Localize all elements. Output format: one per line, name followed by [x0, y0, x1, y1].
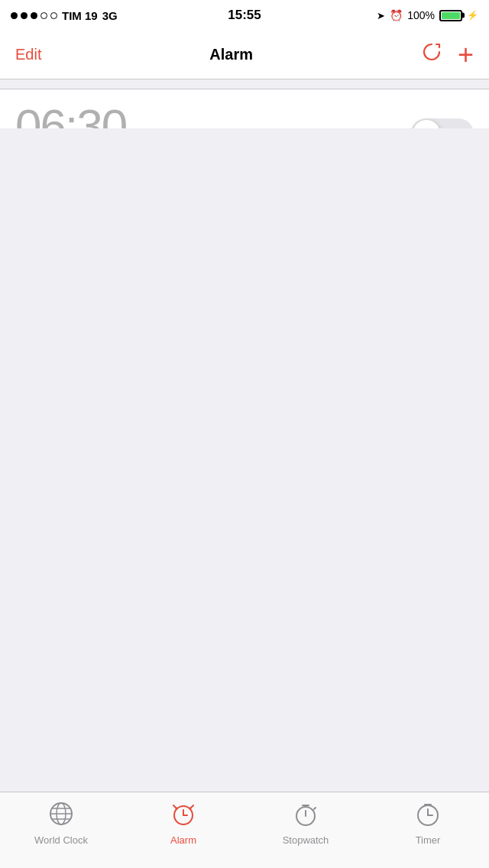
stopwatch-label: Stopwatch	[283, 834, 329, 846]
dot-5	[50, 12, 57, 19]
nav-title: Alarm	[209, 46, 253, 63]
dot-4	[40, 12, 47, 19]
refresh-icon	[421, 41, 442, 63]
svg-point-11	[189, 808, 192, 810]
status-bar: TIM 19 3G 15:55 ➤ ⏰ 100% ⚡	[0, 0, 489, 31]
nav-actions: +	[421, 41, 474, 69]
tab-alarm[interactable]: Alarm	[122, 800, 244, 846]
alarm-status-icon: ⏰	[390, 9, 403, 21]
world-clock-label: World Clock	[34, 834, 88, 846]
svg-line-16	[314, 808, 316, 809]
tab-timer[interactable]: Timer	[367, 800, 489, 846]
battery-icon	[439, 10, 462, 21]
timer-icon	[414, 800, 442, 831]
signal-dots	[11, 12, 57, 19]
alarm-tab-icon	[170, 800, 197, 831]
add-button[interactable]: +	[458, 41, 474, 69]
tab-bar: World Clock Alarm	[0, 792, 489, 868]
nav-bar: Edit Alarm +	[0, 31, 489, 79]
location-arrow-icon: ➤	[377, 10, 385, 21]
dot-1	[11, 12, 18, 19]
alarm-tab-label: Alarm	[170, 834, 196, 846]
dot-2	[21, 12, 28, 19]
edit-button[interactable]: Edit	[15, 46, 41, 63]
svg-point-10	[176, 808, 178, 810]
status-time: 15:55	[228, 8, 261, 23]
stopwatch-icon	[292, 800, 319, 831]
battery-percent: 100%	[407, 9, 435, 21]
status-left: TIM 19 3G	[11, 9, 118, 22]
dot-3	[31, 12, 37, 19]
tab-world-clock[interactable]: World Clock	[0, 800, 122, 846]
carrier-label: TIM 19	[62, 9, 98, 22]
network-label: 3G	[102, 9, 118, 22]
timer-label: Timer	[416, 834, 441, 846]
tab-stopwatch[interactable]: Stopwatch	[244, 800, 367, 846]
status-right: ➤ ⏰ 100% ⚡	[377, 9, 478, 21]
refresh-button[interactable]	[421, 41, 442, 68]
empty-content-area	[0, 128, 489, 792]
world-clock-icon	[47, 800, 75, 831]
lightning-icon: ⚡	[467, 10, 478, 21]
